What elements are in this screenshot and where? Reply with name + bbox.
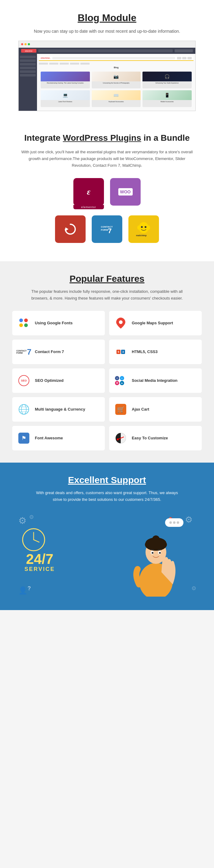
svg-point-32	[159, 552, 161, 554]
elementor-label: elementor	[73, 205, 104, 209]
blog-module-description: Now you can stay up to date with our mos…	[19, 28, 195, 35]
feature-google-fonts: Using Google Fonts	[12, 311, 105, 335]
elementor-icon: ε	[87, 187, 90, 197]
svg-point-8	[137, 225, 140, 230]
svg-text:mailchimp: mailchimp	[136, 235, 147, 237]
support-illustration: ⚙ ⚙ ⚙ ⚙ 📍 24/7 SERVICE	[12, 512, 202, 598]
plugin-woocommerce: WOO	[110, 178, 141, 209]
plugins-title-part2: in a Bundle	[141, 133, 190, 143]
svg-point-9	[147, 225, 150, 230]
popular-features-title: Popular Features	[12, 274, 202, 284]
multilang-label: Multi language & Currency	[35, 407, 85, 412]
plugins-title: Integrate WordPress Plugins in a Bundle	[19, 132, 195, 144]
blog-module-title: Blog Module	[19, 12, 195, 24]
247-number: 24/7	[25, 552, 55, 566]
feature-seo: SEO SEO Optimized	[12, 368, 105, 393]
plugin-mailchimp: mailchimp	[129, 215, 159, 243]
multilang-icon	[17, 403, 31, 416]
features-grid: Using Google Fonts Google Maps Support C…	[12, 311, 202, 451]
plugins-title-part1: Integrate	[25, 133, 63, 143]
svg-marker-0	[65, 227, 69, 231]
svg-point-6	[141, 226, 143, 228]
google-fonts-label: Using Google Fonts	[35, 320, 73, 326]
popular-features-section: Popular Features The popular features in…	[0, 261, 214, 463]
slider-rev-icon	[64, 223, 76, 235]
support-title: Excellent Support	[12, 475, 202, 485]
font-awesome-icon: ⚑	[17, 431, 31, 445]
blog-module-section: Blog Module Now you can stay up to date …	[0, 0, 214, 120]
support-person	[129, 523, 183, 598]
feature-multilang: Multi language & Currency	[12, 397, 105, 422]
seo-icon: SEO	[17, 374, 31, 388]
feature-html5-css3: 5 3 HTML5, CSS3	[109, 340, 202, 364]
svg-point-19	[117, 438, 119, 440]
plugins-section: Integrate WordPress Plugins in a Bundle …	[0, 120, 214, 261]
247-text: 24/7 SERVICE	[25, 552, 55, 572]
person-icon-bottom: 👤	[19, 586, 28, 595]
gear-icon-tr-small: ⚙	[29, 514, 34, 521]
font-awesome-label: Font Awesome	[35, 435, 63, 441]
clock-icon	[22, 527, 46, 552]
svg-point-7	[145, 226, 146, 228]
blog-screenshot: electme electme.	[19, 41, 195, 111]
svg-text:FORM: FORM	[101, 228, 108, 231]
svg-text:7: 7	[108, 227, 112, 235]
mailchimp-icon: mailchimp	[135, 221, 153, 238]
support-section: Excellent Support With great deals and o…	[0, 463, 214, 610]
easy-customize-label: Easy To Customize	[132, 435, 168, 441]
feature-easy-customize: Easy To Customize	[109, 426, 202, 451]
plugins-row2: CONTACT FORM 7	[19, 215, 195, 243]
svg-line-22	[34, 540, 39, 542]
feature-font-awesome: ⚑ Font Awesome	[12, 426, 105, 451]
ajax-cart-label: Ajax Cart	[132, 407, 149, 412]
svg-point-11	[119, 320, 122, 324]
social-media-icon: f t ✿ in	[114, 374, 128, 388]
cf7-icon: CONTACT FORM 7	[99, 221, 115, 237]
gear-icon-bottom-r: ⚙	[191, 585, 196, 592]
contact-form-icon: CONTACTFORM 7	[17, 345, 31, 359]
plugins-row1: ε elementor WOO	[19, 178, 195, 209]
question-mark: ?	[28, 585, 31, 592]
easy-customize-icon	[114, 431, 128, 445]
google-fonts-icon	[17, 316, 31, 330]
plugin-slider-rev	[55, 215, 85, 243]
feature-google-maps: Google Maps Support	[109, 311, 202, 335]
feature-social-media: f t ✿ in Social Media Integration	[109, 368, 202, 393]
google-maps-label: Google Maps Support	[132, 320, 173, 326]
social-media-label: Social Media Integration	[132, 378, 178, 383]
plugin-elementor: ε elementor	[73, 178, 104, 209]
gear-icon-tl: ⚙	[19, 515, 27, 526]
plugins-description: With just one click, you'll have all the…	[19, 149, 195, 169]
feature-ajax-cart: 🛒 Ajax Cart	[109, 397, 202, 422]
support-description: With great deals and offers, customers a…	[34, 490, 180, 503]
svg-point-28	[152, 535, 159, 543]
html5-css3-label: HTML5, CSS3	[132, 349, 158, 354]
contact-form-label: Contact Form 7	[35, 349, 64, 354]
plugin-cf7: CONTACT FORM 7	[92, 215, 122, 243]
ajax-cart-icon: 🛒	[114, 403, 128, 416]
gear-icon-br: ⚙	[185, 515, 192, 525]
clock-247-group: 24/7 SERVICE	[25, 530, 55, 572]
html5-css3-icon: 5 3	[114, 345, 128, 359]
plugins-title-underline: WordPress Plugins	[63, 133, 141, 143]
feature-contact-form: CONTACTFORM 7 Contact Form 7	[12, 340, 105, 364]
google-maps-icon	[114, 316, 128, 330]
popular-features-description: The popular features include fully respo…	[31, 288, 183, 302]
seo-label: SEO Optimized	[35, 378, 64, 383]
woo-icon: WOO	[118, 188, 133, 195]
svg-point-31	[152, 552, 153, 554]
service-label: SERVICE	[25, 566, 55, 572]
